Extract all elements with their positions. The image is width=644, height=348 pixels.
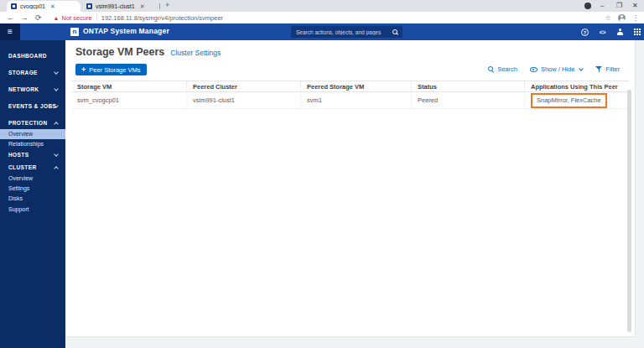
plus-icon: + (81, 66, 86, 74)
tab-divider (159, 3, 160, 9)
user-icon[interactable] (616, 29, 623, 35)
sidebar-item-cluster[interactable]: CLUSTER (0, 163, 65, 173)
sidebar-item-disks[interactable]: Disks (0, 194, 65, 204)
filter-button[interactable]: Filter (595, 65, 620, 73)
tab-favicon-icon (11, 3, 17, 9)
sidebar-item-protection[interactable]: PROTECTION (0, 118, 65, 128)
hamburger-menu-icon[interactable]: ≡ (0, 23, 20, 40)
column-header-applications[interactable]: Applications Using This Peer (524, 81, 629, 92)
screen: cvogcp01 ✕ vsim991-clust1 ✕ + – ❐ ✕ ← → … (0, 0, 644, 348)
column-header-storage-vm[interactable]: Storage VM (71, 81, 186, 92)
sidebar-item-relationships[interactable]: Relationships (0, 139, 65, 149)
tab-title: vsim991-clust1 (96, 3, 135, 9)
url-divider (96, 14, 97, 21)
reload-icon[interactable]: ⟳ (35, 12, 42, 23)
cell-applications: SnapMirror, FlexCache (524, 92, 629, 109)
global-search-input[interactable] (291, 29, 392, 35)
apps-grid-icon[interactable] (634, 29, 641, 35)
new-tab-button[interactable]: + (165, 1, 169, 9)
chevron-down-icon (54, 70, 59, 75)
browser-profile-avatar[interactable] (618, 14, 626, 22)
table-scrollbar[interactable] (627, 90, 631, 332)
sidebar-item-cluster-overview[interactable]: Overview (0, 174, 65, 184)
window-close-button[interactable]: ✕ (632, 0, 638, 12)
chevron-up-icon (54, 122, 59, 127)
table-header-row: Storage VM Peered Cluster Peered Storage… (71, 81, 629, 92)
tab-title: cvogcp01 (20, 3, 45, 9)
browser-tab-active[interactable]: cvogcp01 ✕ (7, 1, 80, 12)
column-header-status[interactable]: Status (411, 81, 524, 92)
address-bar[interactable]: 192.168.11.8/sysmgr/v4/protection/svmpee… (101, 14, 223, 22)
search-icon (488, 66, 494, 72)
help-icon[interactable]: ? (581, 29, 589, 36)
show-hide-button[interactable]: Show / Hide (530, 65, 583, 73)
netapp-logo: n (70, 28, 79, 36)
tab-favicon-icon (86, 3, 92, 9)
cell-peered-cluster: vsim991-clust1 (186, 92, 300, 109)
sidebar-item-protection-overview[interactable]: Overview (0, 129, 65, 139)
chevron-down-icon (54, 86, 59, 91)
window-minimize-button[interactable]: – (600, 0, 604, 12)
cell-status: Peered (411, 92, 524, 109)
table-row[interactable]: svm_cvogcp01 vsim991-clust1 svm1 Peered … (71, 92, 629, 109)
app-header: ≡ n ONTAP System Manager ? <> (0, 23, 644, 40)
sidebar-item-support[interactable]: Support (0, 205, 65, 215)
search-button[interactable]: Search (488, 65, 517, 73)
sidebar-item-network[interactable]: NETWORK (0, 85, 65, 95)
cluster-settings-link[interactable]: Cluster Settings (170, 49, 221, 57)
sidebar-item-hosts[interactable]: HOSTS (0, 150, 65, 160)
tab-close-icon[interactable]: ✕ (50, 3, 55, 10)
browser-tab-strip: cvogcp01 ✕ vsim991-clust1 ✕ + – ❐ ✕ (0, 0, 644, 12)
bookmark-star-icon[interactable]: ☆ (605, 14, 611, 22)
back-icon[interactable]: ← (7, 12, 14, 23)
forward-icon[interactable]: → (21, 12, 29, 23)
storage-vm-peers-table: Storage VM Peered Cluster Peered Storage… (71, 81, 629, 109)
app-title: ONTAP System Manager (83, 27, 169, 35)
sidebar-item-events-jobs[interactable]: EVENTS & JOBS (0, 101, 65, 112)
browser-tab-inactive[interactable]: vsim991-clust1 ✕ (82, 1, 156, 12)
browser-extension-icon[interactable] (584, 3, 591, 9)
rest-api-icon[interactable]: <> (600, 29, 605, 35)
filter-icon (595, 66, 602, 72)
annotation-highlight-box: SnapMirror, FlexCache (531, 93, 607, 108)
sidebar-item-storage[interactable]: STORAGE (0, 68, 65, 78)
chevron-up-icon (54, 166, 59, 171)
sidebar-nav: DASHBOARD STORAGE NETWORK EVENTS & JOBS … (0, 40, 65, 348)
column-header-peered-cluster[interactable]: Peered Cluster (186, 81, 300, 92)
chevron-down-icon (54, 152, 59, 157)
chevron-down-icon (579, 66, 584, 71)
window-restore-button[interactable]: ❐ (616, 0, 622, 12)
table-toolbar: Search Show / Hide Filter (488, 65, 620, 73)
browser-navbar: ← → ⟳ ▲ Not secure 192.168.11.8/sysmgr/v… (0, 12, 644, 23)
search-icon (392, 29, 398, 35)
sidebar-item-dashboard[interactable]: DASHBOARD (0, 51, 65, 61)
eye-icon (530, 67, 538, 72)
global-search[interactable] (291, 26, 402, 38)
sidebar-item-settings[interactable]: Settings (0, 184, 65, 194)
not-secure-label[interactable]: Not secure (61, 14, 91, 22)
peer-storage-vms-button[interactable]: + Peer Storage VMs (75, 64, 147, 75)
tab-close-icon[interactable]: ✕ (140, 3, 145, 10)
cell-storage-vm[interactable]: svm_cvogcp01 (71, 92, 186, 109)
main-content: Storage VM Peers Cluster Settings + Peer… (65, 40, 636, 337)
column-header-peered-storage-vm[interactable]: Peered Storage VM (300, 81, 411, 92)
cell-peered-storage-vm: svm1 (300, 92, 411, 109)
browser-menu-icon[interactable]: ⋮ (632, 14, 639, 22)
warning-icon: ▲ (54, 15, 60, 21)
page-title: Storage VM Peers (75, 46, 164, 58)
